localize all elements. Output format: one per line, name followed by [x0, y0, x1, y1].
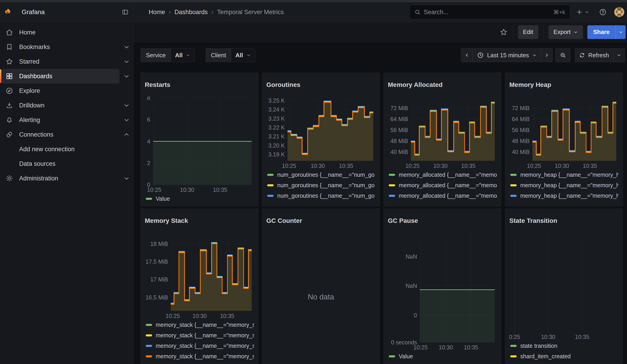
panel-title[interactable]: State Transition	[509, 217, 619, 227]
sidebar-item-connections[interactable]: Connections	[2, 127, 119, 142]
topbar-main-section: Home › Dashboards › Temporal Server Metr…	[133, 2, 627, 22]
time-back-button[interactable]	[461, 48, 473, 62]
legend-series-label: memory_stack {__name__="memory_s	[156, 321, 254, 328]
panel-legend: num_goroutines {__name__="num_gonum_goro…	[266, 169, 375, 204]
sidebar-item-bookmarks[interactable]: Bookmarks	[2, 40, 119, 54]
chevron-down-icon[interactable]	[123, 73, 130, 80]
legend-item[interactable]: memory_allocated {__name__="memo	[388, 190, 497, 201]
time-series-chart[interactable]: 10:2510:3010:35NaNNaN00 seconds	[388, 232, 497, 351]
panel-title[interactable]: Goroutines	[266, 81, 375, 91]
svg-text:56 MiB: 56 MiB	[390, 127, 408, 133]
chevron-up-icon[interactable]	[123, 131, 130, 138]
client-filter-selected: All	[235, 52, 243, 59]
panel-title[interactable]: Memory Allocated	[388, 81, 497, 91]
edit-button[interactable]: Edit	[518, 25, 538, 39]
star-icon[interactable]	[500, 28, 508, 36]
add-button[interactable]	[574, 9, 591, 15]
sidebar-item-drilldown[interactable]: Drilldown	[2, 98, 119, 113]
zoom-out-icon[interactable]	[555, 48, 571, 62]
client-filter-value[interactable]: All	[231, 48, 255, 62]
legend-series-label: Value	[399, 353, 413, 360]
legend-item[interactable]: num_goroutines {__name__="num_go	[266, 180, 375, 190]
chevron-down-icon[interactable]	[123, 102, 130, 109]
refresh-interval-button[interactable]	[613, 48, 625, 62]
chevron-down-icon	[619, 30, 623, 34]
legend-item[interactable]: memory_heap {__name__="memory_h	[509, 201, 619, 204]
legend-item[interactable]: Value	[145, 193, 254, 204]
legend-item[interactable]: num_goroutines {__name__="num_go	[266, 201, 375, 204]
sidebar-item-data-sources[interactable]: Data sources	[2, 156, 119, 171]
sidebar-item-add-new-connection[interactable]: Add new connection	[2, 142, 119, 156]
time-series-chart[interactable]: 10:2510:3010:3586420	[145, 97, 254, 193]
sidebar-item-home[interactable]: Home	[2, 25, 119, 40]
legend-item[interactable]: memory_allocated {__name__="memo	[388, 169, 497, 180]
svg-text:10:30: 10:30	[180, 187, 195, 193]
svg-text:3.25 K: 3.25 K	[268, 97, 285, 104]
share-caret-button[interactable]	[616, 25, 626, 39]
sidebar-item-dashboards[interactable]: Dashboards	[2, 69, 119, 84]
legend-item[interactable]: memory_stack {__name__="memory_s	[145, 330, 254, 341]
legend-item[interactable]: state transition	[509, 341, 619, 351]
chevron-down-icon[interactable]	[123, 116, 130, 123]
chevron-down-icon[interactable]	[123, 58, 130, 65]
legend-series-marker	[510, 174, 517, 176]
svg-text:10:30: 10:30	[541, 334, 555, 340]
sidebar-item-label: Bookmarks	[19, 44, 50, 51]
legend-item[interactable]: num_goroutines {__name__="num_go	[266, 169, 375, 180]
time-series-chart[interactable]: 10:2510:3010:3518 MiB17.5 MiB17 MiB16.5 …	[145, 232, 254, 319]
legend-item[interactable]: memory_allocated {__name__="memo	[388, 180, 497, 190]
time-series-chart[interactable]: 0:2510:3010:35	[509, 232, 619, 341]
divider	[610, 7, 611, 17]
time-range-picker[interactable]: Last 15 minutes	[473, 48, 541, 62]
time-series-chart[interactable]: 10:2510:3010:3572 MiB64 MiB56 MiB48 MiB4…	[509, 97, 619, 169]
legend-item[interactable]: num_goroutines {__name__="num_go	[266, 190, 375, 201]
legend-series-label: memory_stack {__name__="memory_s	[156, 332, 254, 339]
service-filter-value[interactable]: All	[171, 48, 195, 62]
sidebar-toggle-icon[interactable]	[122, 9, 129, 15]
panel-title[interactable]: Restarts	[145, 81, 254, 91]
breadcrumb-home[interactable]: Home	[149, 9, 165, 16]
breadcrumb-dashboards[interactable]: Dashboards	[174, 9, 208, 16]
panel-gc-pause: GC Pause 10:2510:3010:35NaNNaN00 seconds…	[383, 208, 501, 364]
panel-title[interactable]: Memory Stack	[145, 217, 254, 227]
chevron-down-icon[interactable]	[123, 175, 130, 182]
chevron-right-icon	[544, 53, 549, 58]
svg-text:10:30: 10:30	[192, 313, 207, 319]
time-series-chart[interactable]: 10:2510:3010:3572 MiB64 MiB56 MiB48 MiB4…	[388, 97, 497, 169]
legend-item[interactable]: memory_stack {__name__="memory_s	[145, 351, 254, 362]
panel-title[interactable]: GC Counter	[266, 217, 375, 227]
legend-item[interactable]: memory_heap {__name__="memory_h	[509, 180, 619, 190]
refresh-button[interactable]: Refresh	[575, 48, 613, 62]
export-button[interactable]: Export	[549, 25, 583, 39]
panel-memory-allocated: Memory Allocated 10:2510:3010:3572 MiB64…	[383, 73, 501, 207]
help-icon[interactable]	[599, 8, 607, 16]
legend-series-label: state transition	[520, 343, 558, 349]
svg-text:3.20 K: 3.20 K	[268, 142, 285, 149]
chevron-down-icon[interactable]	[123, 44, 130, 51]
share-button[interactable]: Share	[587, 25, 616, 39]
avatar[interactable]	[614, 7, 624, 17]
panel-title[interactable]: Memory Heap	[509, 81, 619, 91]
sidebar-item-starred[interactable]: Starred	[2, 54, 119, 69]
sidebar-item-explore[interactable]: Explore	[2, 84, 119, 98]
divider	[595, 7, 595, 17]
svg-text:0 seconds: 0 seconds	[391, 339, 417, 346]
legend-item[interactable]: memory_heap {__name__="memory_h	[509, 169, 619, 180]
sidebar-item-alerting[interactable]: Alerting	[2, 113, 119, 127]
legend-item[interactable]: memory_heap {__name__="memory_h	[509, 190, 619, 201]
legend-series-label: memory_heap {__name__="memory_h	[520, 171, 619, 178]
svg-text:40 MiB: 40 MiB	[390, 149, 408, 155]
sidebar-navigation: HomeBookmarksStarredDashboardsExploreDri…	[0, 22, 133, 364]
legend-item[interactable]: memory_allocated {__name__="memo	[388, 201, 497, 204]
chevron-down-icon	[532, 53, 537, 57]
legend-series-marker	[146, 324, 152, 326]
search-input[interactable]: Search... ⌘+k	[410, 5, 570, 19]
panel-title[interactable]: GC Pause	[388, 217, 497, 227]
legend-item[interactable]: memory_stack {__name__="memory_s	[145, 341, 254, 351]
time-series-chart[interactable]: 10:2510:3010:353.25 K3.24 K3.23 K3.22 K3…	[266, 97, 375, 169]
legend-item[interactable]: memory_stack {__name__="memory_s	[145, 319, 254, 330]
time-forward-button[interactable]	[541, 48, 553, 62]
legend-item[interactable]: Value	[388, 351, 497, 362]
legend-item[interactable]: shard_item_created	[509, 351, 619, 362]
sidebar-item-administration[interactable]: Administration	[2, 171, 119, 186]
